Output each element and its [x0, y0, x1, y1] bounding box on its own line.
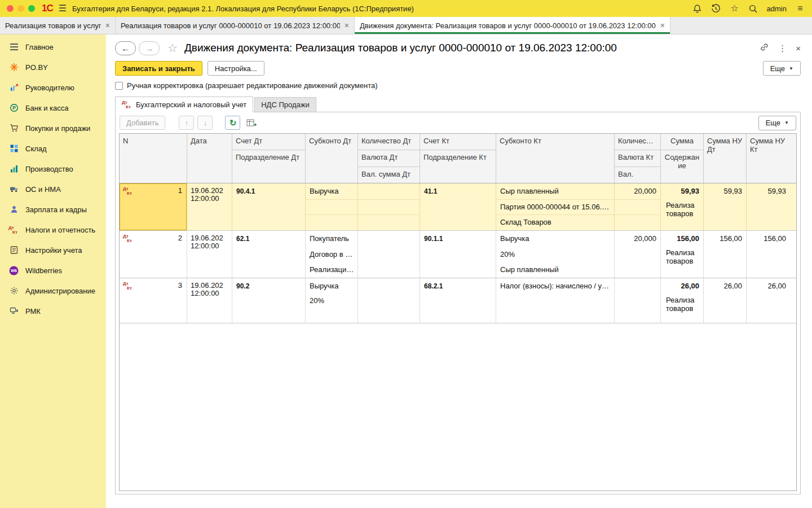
- col-header-account-dt[interactable]: Счет Дт: [232, 134, 305, 150]
- sidebar-item-warehouse[interactable]: Склад: [0, 138, 106, 159]
- main-menu-icon[interactable]: ☰: [59, 4, 67, 13]
- close-form-icon[interactable]: ×: [796, 44, 801, 52]
- col-header-sum-nu-kt[interactable]: Сумма НУ Кт: [747, 134, 790, 183]
- favorite-star-icon[interactable]: ☆: [167, 42, 178, 54]
- cell-qty-dt[interactable]: [358, 231, 420, 278]
- cell-sum-nu-kt[interactable]: 26,00: [747, 278, 790, 323]
- current-user-label[interactable]: admin: [767, 5, 787, 13]
- history-icon[interactable]: [711, 3, 721, 14]
- cell-sum-nu-dt[interactable]: 59,93: [704, 183, 747, 230]
- sidebar-item-os-nma[interactable]: ОС и НМА: [0, 179, 106, 199]
- cell-sum-nu-dt[interactable]: 156,00: [704, 231, 747, 278]
- sidebar-item-hr-payroll[interactable]: Зарплата и кадры: [0, 199, 106, 220]
- sidebar-item-taxes-reports[interactable]: ДтКт Налоги и отчетность: [0, 220, 106, 240]
- cell-sum-nu-dt[interactable]: 26,00: [704, 278, 747, 323]
- sidebar-item-wildberries[interactable]: WB Wildberries: [0, 260, 106, 281]
- cell-n[interactable]: ДтКт 1: [120, 183, 187, 230]
- sidebar-item-rmk[interactable]: РМК: [0, 301, 106, 321]
- cell-sum[interactable]: 26,00 Реализа товаров: [661, 278, 704, 323]
- maximize-window-button[interactable]: [28, 5, 35, 12]
- cell-subconto-dt[interactable]: Покупатель Договор в … Реализаци…: [306, 231, 358, 278]
- cell-account-dt[interactable]: 90.2: [232, 278, 306, 323]
- cell-qty-kt[interactable]: [615, 278, 661, 323]
- more-button[interactable]: Еще▼: [763, 61, 801, 76]
- cell-account-kt[interactable]: 68.2.1: [420, 278, 496, 323]
- cell-subconto-kt[interactable]: Сыр плавленный Партия 0000-000044 от 15.…: [496, 183, 615, 230]
- col-header-sum[interactable]: Сумма: [661, 134, 703, 150]
- service-menu-icon[interactable]: ≡: [795, 3, 805, 14]
- cell-subconto-dt[interactable]: Выручка: [306, 183, 358, 230]
- col-header-currency-sum-dt[interactable]: Вал. сумма Дт: [358, 167, 420, 183]
- sidebar-item-production[interactable]: Производство: [0, 159, 106, 179]
- tab-vat-sales[interactable]: НДС Продажи: [254, 97, 316, 112]
- col-header-subconto-dt[interactable]: Субконто Дт: [306, 134, 358, 183]
- tab-document-movements[interactable]: Движения документа: Реализация товаров и…: [355, 17, 670, 34]
- sidebar-item-purchases-sales[interactable]: Покупки и продажи: [0, 118, 106, 138]
- table-more-button[interactable]: Еще▼: [758, 116, 796, 130]
- cell-account-kt[interactable]: 41.1: [420, 183, 496, 230]
- cell-date[interactable]: 19.06.202 12:00:00: [187, 278, 232, 323]
- cell-n[interactable]: ДтКт 2: [120, 231, 187, 278]
- cell-qty-dt[interactable]: [358, 183, 420, 230]
- back-button[interactable]: ←: [115, 41, 136, 55]
- get-link-icon[interactable]: [760, 42, 769, 54]
- sidebar-item-main[interactable]: Главное: [0, 37, 106, 57]
- cell-qty-dt[interactable]: [358, 278, 420, 323]
- close-tab-icon[interactable]: ×: [105, 21, 110, 30]
- col-header-date[interactable]: Дата: [187, 134, 232, 183]
- cell-subconto-kt[interactable]: Выручка 20% Сыр плавленный: [496, 231, 615, 278]
- col-header-qty-kt[interactable]: Количес…: [615, 134, 660, 150]
- move-down-button[interactable]: ↓: [197, 116, 213, 130]
- cell-account-dt[interactable]: 62.1: [232, 231, 306, 278]
- cell-sum-nu-kt[interactable]: 156,00: [747, 231, 790, 278]
- add-button[interactable]: Добавить: [120, 116, 165, 130]
- page-title: Движения документа: Реализация товаров и…: [184, 42, 753, 54]
- sidebar-item-poby[interactable]: PO.BY: [0, 57, 106, 77]
- col-header-qty-dt[interactable]: Количество Дт: [358, 134, 420, 150]
- cell-subconto-dt[interactable]: Выручка 20%: [306, 278, 358, 323]
- col-header-sum-nu-dt[interactable]: Сумма НУ Дт: [704, 134, 746, 183]
- cell-date[interactable]: 19.06.202 12:00:00: [187, 183, 232, 230]
- sidebar-item-administration[interactable]: Администрирование: [0, 281, 106, 301]
- save-and-close-button[interactable]: Записать и закрыть: [115, 61, 202, 76]
- col-header-currency-sum-kt[interactable]: Вал.: [615, 167, 660, 183]
- cell-n[interactable]: ДтКт 3: [120, 278, 187, 323]
- refresh-button[interactable]: ↻: [225, 116, 240, 130]
- col-header-subdivision-kt[interactable]: Подразделение Кт: [420, 150, 496, 183]
- cell-qty-kt[interactable]: 20,000: [615, 231, 661, 278]
- move-up-button[interactable]: ↑: [179, 116, 194, 130]
- sidebar-item-manager[interactable]: Руководителю: [0, 77, 106, 98]
- cell-sum-nu-kt[interactable]: 59,93: [747, 183, 790, 230]
- minimize-window-button[interactable]: [17, 5, 24, 12]
- cell-qty-kt[interactable]: 20,000: [615, 183, 661, 230]
- cell-date[interactable]: 19.06.202 12:00:00: [187, 231, 232, 278]
- search-icon[interactable]: [748, 3, 758, 14]
- col-header-currency-kt[interactable]: Валюта Кт: [615, 150, 660, 167]
- close-window-button[interactable]: [7, 5, 14, 12]
- cell-sum[interactable]: 59,93 Реализа товаров: [661, 183, 704, 230]
- tab-realization-document[interactable]: Реализация товаров и услуг 0000-000010 о…: [116, 17, 355, 34]
- cell-account-dt[interactable]: 90.4.1: [232, 183, 306, 230]
- cell-sum[interactable]: 156,00 Реализа товаров: [661, 231, 704, 278]
- col-header-subconto-kt[interactable]: Субконто Кт: [496, 134, 614, 183]
- notifications-bell-icon[interactable]: [692, 3, 703, 14]
- tab-accounting-tax[interactable]: ДтКт Бухгалтерский и налоговый учет: [115, 97, 253, 112]
- close-tab-icon[interactable]: ×: [345, 21, 349, 30]
- forward-button[interactable]: →: [139, 41, 160, 55]
- manual-adjustment-checkbox[interactable]: [115, 82, 123, 90]
- col-header-currency-dt[interactable]: Валюта Дт: [358, 150, 420, 167]
- col-header-subdivision-dt[interactable]: Подразделение Дт: [232, 150, 305, 183]
- open-register-form-icon[interactable]: [244, 116, 259, 130]
- settings-button[interactable]: Настройка...: [208, 61, 264, 76]
- col-header-content[interactable]: Содержание: [661, 150, 703, 183]
- cell-account-kt[interactable]: 90.1.1: [420, 231, 496, 278]
- col-header-account-kt[interactable]: Счет Кт: [420, 134, 496, 150]
- favorites-star-icon[interactable]: ☆: [730, 3, 740, 14]
- close-tab-icon[interactable]: ×: [660, 21, 665, 30]
- tab-realization-list[interactable]: Реализация товаров и услуг ×: [0, 17, 116, 34]
- cell-subconto-kt[interactable]: Налог (взносы): начислено / у…: [496, 278, 615, 323]
- more-actions-icon[interactable]: ⋮: [778, 44, 787, 52]
- sidebar-item-bank-cash[interactable]: P Банк и касса: [0, 98, 106, 118]
- sidebar-item-accounting-settings[interactable]: Настройки учета: [0, 240, 106, 260]
- col-header-n[interactable]: N: [120, 134, 187, 183]
